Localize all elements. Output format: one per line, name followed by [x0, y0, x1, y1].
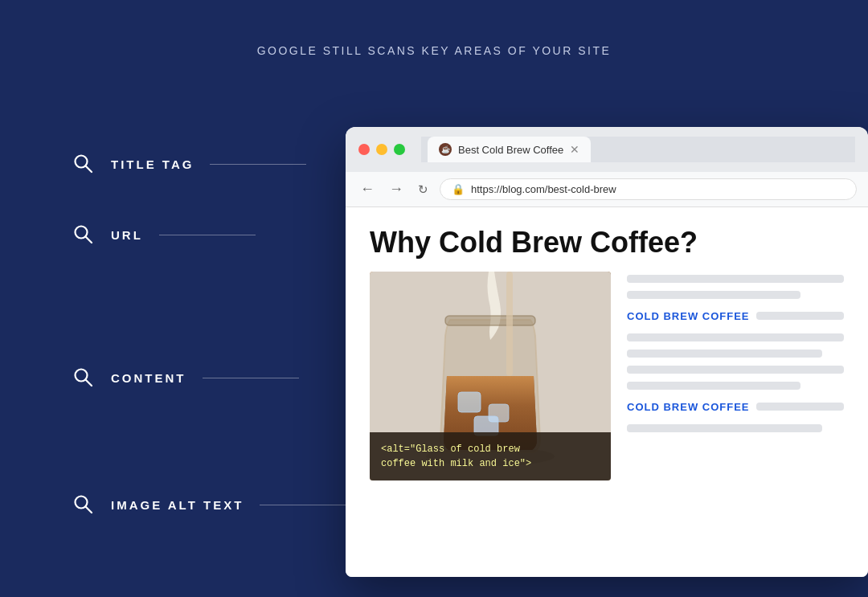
text-line-3: [627, 333, 844, 341]
text-line-4: [627, 350, 822, 358]
lock-icon: 🔒: [452, 183, 465, 195]
back-button[interactable]: ←: [357, 179, 378, 199]
traffic-light-yellow[interactable]: [376, 144, 387, 155]
sidebar-line-url: [159, 235, 256, 235]
text-line-2: [627, 291, 800, 299]
svg-line-1: [86, 166, 92, 173]
sidebar-label-title-tag: TITLE TAG: [111, 157, 306, 171]
svg-line-5: [86, 380, 92, 386]
tab-bar: ☕ Best Cold Brew Coffee ✕: [421, 137, 855, 162]
sidebar: TITLE TAG URL CONTENT: [72, 129, 356, 540]
svg-rect-13: [445, 316, 535, 325]
url-text: https://blog.com/best-cold-brew: [471, 183, 616, 195]
browser-page-content: Why Cold Brew Coffee?: [346, 207, 868, 577]
text-line-7: [627, 424, 822, 432]
alt-text-line1: <alt="Glass of cold brew: [381, 444, 520, 455]
forward-button[interactable]: →: [386, 179, 407, 199]
sidebar-item-title-tag: TITLE TAG: [72, 129, 356, 199]
browser-tab[interactable]: ☕ Best Cold Brew Coffee ✕: [428, 137, 591, 162]
sidebar-line-content: [203, 378, 299, 378]
traffic-lights: [358, 144, 405, 155]
search-icon-image-alt: [72, 493, 95, 516]
tab-close-button[interactable]: ✕: [570, 143, 579, 156]
tab-favicon: ☕: [439, 143, 452, 156]
keyword-highlight-1: COLD BREW COFFEE: [627, 307, 844, 325]
search-icon-title-tag: [72, 153, 95, 175]
tab-title: Best Cold Brew Coffee: [458, 144, 563, 156]
svg-rect-10: [458, 392, 481, 412]
text-line-6: [627, 382, 800, 390]
keyword-highlight-2: COLD BREW COFFEE: [627, 398, 844, 416]
content-area: <alt="Glass of cold brew coffee with mil…: [370, 272, 844, 574]
keyword-after-line-2: [756, 403, 845, 411]
sidebar-label-image-alt: IMAGE ALT TEXT: [111, 498, 356, 512]
page-heading: Why Cold Brew Coffee?: [370, 227, 844, 259]
right-text-content: COLD BREW COFFEE COLD BREW COFFEE: [627, 272, 844, 574]
sidebar-item-content: CONTENT: [72, 270, 356, 413]
reload-button[interactable]: ↻: [415, 181, 432, 198]
alt-text-line2: coffee with milk and ice">: [381, 458, 531, 469]
keyword-after-line-1: [756, 312, 845, 320]
sidebar-label-content: CONTENT: [111, 371, 299, 385]
search-icon-content: [72, 366, 95, 389]
svg-rect-14: [506, 272, 513, 376]
search-icon-url: [72, 223, 95, 246]
svg-line-7: [86, 507, 92, 513]
address-bar[interactable]: 🔒 https://blog.com/best-cold-brew: [440, 178, 857, 200]
svg-line-3: [86, 237, 92, 243]
text-line-5: [627, 366, 844, 374]
sidebar-line-title-tag: [210, 164, 306, 165]
coffee-image: <alt="Glass of cold brew coffee with mil…: [370, 272, 611, 480]
sidebar-label-url: URL: [111, 228, 256, 242]
sidebar-item-url: URL: [72, 199, 356, 270]
alt-text-overlay: <alt="Glass of cold brew coffee with mil…: [370, 432, 611, 480]
sidebar-item-image-alt: IMAGE ALT TEXT: [72, 413, 356, 540]
sidebar-line-image-alt: [260, 505, 356, 505]
text-line-1: [627, 275, 844, 283]
browser-window: ☕ Best Cold Brew Coffee ✕ ← → ↻ 🔒 https:…: [346, 127, 868, 577]
traffic-light-green[interactable]: [394, 144, 405, 155]
browser-toolbar: ← → ↻ 🔒 https://blog.com/best-cold-brew: [346, 172, 868, 207]
browser-titlebar: ☕ Best Cold Brew Coffee ✕: [346, 127, 868, 172]
page-header-title: GOOGLE STILL SCANS KEY AREAS OF YOUR SIT…: [0, 0, 868, 89]
traffic-light-red[interactable]: [358, 144, 370, 155]
